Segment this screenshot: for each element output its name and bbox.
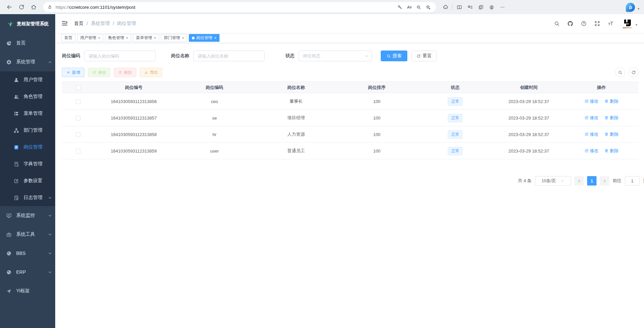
extensions-icon[interactable] [440,2,451,12]
split-screen-icon[interactable] [454,2,465,12]
sidebar-item-parameter-settings[interactable]: 参数设置 [0,172,55,189]
help-icon[interactable] [578,18,589,29]
collapse-sidebar-icon[interactable] [61,20,69,27]
user-avatar[interactable]: ▼ [622,18,638,29]
row-edit-link[interactable]: 修改 [584,98,599,104]
sidebar-item-yi-framework[interactable]: Yi框架 [0,282,55,300]
text-size-icon[interactable] [605,18,616,29]
status-select[interactable]: 岗位状态 [299,51,372,61]
sidebar-item-user-management[interactable]: 用户管理 [0,71,55,88]
post-code-input[interactable] [84,51,156,61]
row-delete-link[interactable]: 删除 [604,148,618,154]
prev-page-button[interactable] [574,176,584,186]
lock-icon [47,4,53,10]
sidebar-item-department-management[interactable]: 部门管理 [0,122,55,139]
sidebar-item-dictionary-management[interactable]: 字典管理 [0,156,55,172]
post-name-input[interactable] [193,51,265,61]
row-checkbox[interactable] [76,149,80,154]
goto-label: 前往 [613,178,621,184]
row-edit-link[interactable]: 修改 [584,148,599,154]
sidebar-item-menu-management[interactable]: 菜单管理 [0,105,55,122]
search-button[interactable]: 搜索 [381,51,407,61]
sidebar-item-post-management[interactable]: 岗位管理 [0,139,55,156]
tab-home[interactable]: 首页 [61,34,75,42]
sidebar-item-log-management[interactable]: 日志管理 [0,189,55,206]
refresh-icon [631,70,636,75]
more-menu-icon[interactable] [497,2,508,12]
tab-post-management[interactable]: 岗位管理 [189,34,219,42]
next-page-button[interactable] [600,176,609,186]
tab-menu-management[interactable]: 菜单管理 [133,34,159,42]
cell-post-sort: 100 [336,110,417,126]
github-icon[interactable] [565,18,576,29]
close-icon[interactable] [182,36,184,40]
read-aloud-icon[interactable] [404,2,414,12]
chevron-up-icon [48,60,52,64]
browser-home-button[interactable] [28,1,40,13]
refresh-icon [19,4,25,10]
sidebar-item-system-management[interactable]: 系统管理 [0,53,55,71]
zoom-out-icon[interactable] [414,2,423,12]
close-icon[interactable] [154,36,156,40]
sidebar-item-label: BBS [16,251,26,256]
row-delete-link[interactable]: 删除 [604,131,618,137]
copilot-caret-icon[interactable]: ▾ [638,7,639,10]
show-search-toggle-button[interactable] [615,67,625,77]
trash-icon [604,99,609,103]
close-icon[interactable] [126,36,128,40]
row-edit-link[interactable]: 修改 [584,115,599,121]
refresh-table-button[interactable] [629,67,639,77]
row-delete-link[interactable]: 删除 [604,115,618,121]
tab-user-management[interactable]: 用户管理 [77,34,103,42]
add-button[interactable]: 新增 [62,68,84,77]
address-bar[interactable]: https://ccnetcore.com:1101/system/post [43,2,436,12]
close-icon[interactable] [214,36,216,40]
select-all-checkbox[interactable] [76,85,80,90]
sidebar-item-system-tools[interactable]: 系统工具 [0,225,55,244]
sidebar-item-home[interactable]: 首页 [0,34,55,53]
browser-back-button[interactable] [3,1,15,13]
password-key-icon[interactable] [395,2,404,12]
breadcrumb-home[interactable]: 首页 [74,21,83,27]
cell-post-code: ceo [173,93,256,110]
row-checkbox[interactable] [76,132,80,137]
edit-button[interactable]: 修改 [88,68,110,77]
copilot-icon[interactable]: b [626,3,635,12]
sidebar-item-bbs[interactable]: BBS [0,244,55,263]
close-icon[interactable] [98,36,100,40]
profile-avatar-icon[interactable] [486,2,497,12]
user-icon [13,77,19,83]
status-badge: 正常 [448,130,463,139]
sidebar-item-erp[interactable]: ERP [0,263,55,282]
export-button[interactable]: 导出 [140,68,162,77]
monitor-icon [6,213,12,219]
reset-button[interactable]: 重置 [411,51,437,61]
cell-post-code: user [173,143,256,159]
breadcrumb-system-management: 系统管理 [91,21,110,27]
sidebar-item-label: Yi框架 [16,288,30,294]
delete-button[interactable]: 删除 [114,68,136,77]
page-size-select[interactable]: 10条/页 [535,176,571,186]
favorites-icon[interactable] [465,2,475,12]
page-number-1[interactable]: 1 [587,176,597,186]
sidebar-item-system-monitor[interactable]: 系统监控 [0,206,55,225]
sidebar-item-label: 系统监控 [16,212,35,219]
tab-role-management[interactable]: 角色管理 [105,34,131,42]
app-header: 首页 / 系统管理 / 岗位管理 [55,14,644,33]
header-search-icon[interactable] [551,18,562,29]
cell-post-id: 1641030593112313856 [94,93,173,110]
fullscreen-icon[interactable] [592,18,603,29]
row-checkbox[interactable] [76,99,80,104]
collections-icon[interactable] [475,2,486,12]
tab-department-management[interactable]: 部门管理 [161,34,187,42]
users-icon [13,94,19,100]
sidebar-item-label: 系统管理 [16,59,35,65]
sidebar-item-role-management[interactable]: 角色管理 [0,88,55,105]
browser-refresh-button[interactable] [15,1,28,13]
row-edit-link[interactable]: 修改 [584,131,599,137]
goto-page-input[interactable] [625,176,640,186]
row-checkbox[interactable] [76,116,80,121]
row-delete-link[interactable]: 删除 [604,98,618,104]
system-management-submenu: 用户管理 角色管理 菜单管理 部门管理 [0,71,55,206]
add-favorite-star-icon[interactable] [423,2,433,12]
